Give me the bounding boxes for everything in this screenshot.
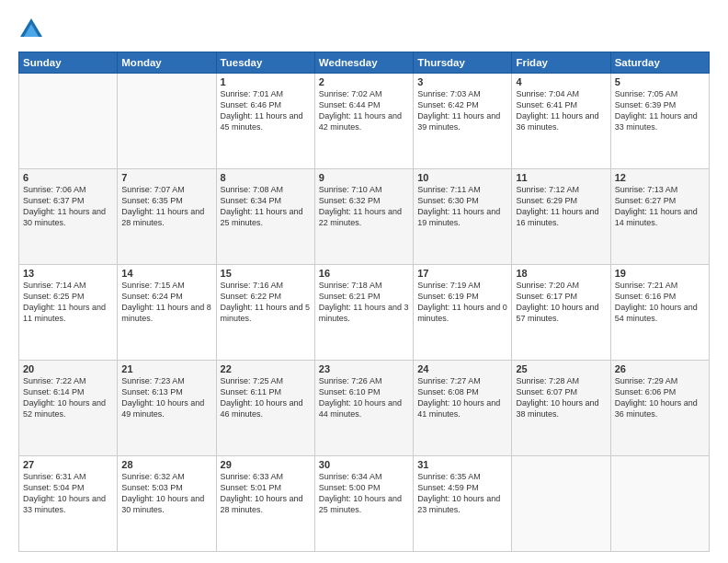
calendar-cell (610, 456, 709, 552)
weekday-header: Wednesday (314, 52, 413, 74)
calendar-cell: 6Sunrise: 7:06 AM Sunset: 6:37 PM Daylig… (19, 169, 118, 265)
day-number: 10 (417, 172, 507, 183)
day-info: Sunrise: 7:10 AM Sunset: 6:32 PM Dayligh… (319, 184, 409, 229)
day-number: 22 (221, 363, 311, 374)
day-info: Sunrise: 7:04 AM Sunset: 6:41 PM Dayligh… (516, 88, 606, 133)
calendar-cell: 17Sunrise: 7:19 AM Sunset: 6:19 PM Dayli… (414, 265, 512, 361)
day-info: Sunrise: 7:13 AM Sunset: 6:27 PM Dayligh… (615, 184, 705, 229)
calendar-cell: 1Sunrise: 7:01 AM Sunset: 6:46 PM Daylig… (216, 74, 314, 169)
day-info: Sunrise: 6:32 AM Sunset: 5:03 PM Dayligh… (121, 471, 211, 516)
day-number: 30 (319, 459, 409, 470)
day-info: Sunrise: 7:28 AM Sunset: 6:07 PM Dayligh… (516, 375, 606, 420)
day-number: 23 (319, 363, 409, 374)
calendar-week-row: 1Sunrise: 7:01 AM Sunset: 6:46 PM Daylig… (19, 74, 710, 169)
calendar-cell: 14Sunrise: 7:15 AM Sunset: 6:24 PM Dayli… (118, 265, 216, 361)
page: SundayMondayTuesdayWednesdayThursdayFrid… (0, 0, 728, 563)
weekday-header: Saturday (610, 52, 709, 74)
day-info: Sunrise: 7:07 AM Sunset: 6:35 PM Dayligh… (121, 184, 211, 229)
calendar-week-row: 6Sunrise: 7:06 AM Sunset: 6:37 PM Daylig… (19, 169, 710, 265)
calendar-cell: 2Sunrise: 7:02 AM Sunset: 6:44 PM Daylig… (314, 74, 413, 169)
day-info: Sunrise: 6:33 AM Sunset: 5:01 PM Dayligh… (221, 471, 311, 516)
day-info: Sunrise: 7:05 AM Sunset: 6:39 PM Dayligh… (615, 88, 705, 133)
day-number: 15 (221, 268, 311, 279)
day-info: Sunrise: 7:19 AM Sunset: 6:19 PM Dayligh… (417, 280, 507, 325)
calendar-cell: 8Sunrise: 7:08 AM Sunset: 6:34 PM Daylig… (216, 169, 314, 265)
weekday-header: Tuesday (216, 52, 314, 74)
day-number: 16 (319, 268, 409, 279)
day-info: Sunrise: 7:08 AM Sunset: 6:34 PM Dayligh… (221, 184, 311, 229)
calendar-cell: 27Sunrise: 6:31 AM Sunset: 5:04 PM Dayli… (19, 456, 118, 552)
calendar-table: SundayMondayTuesdayWednesdayThursdayFrid… (18, 52, 710, 552)
day-info: Sunrise: 7:20 AM Sunset: 6:17 PM Dayligh… (516, 280, 606, 325)
day-info: Sunrise: 7:03 AM Sunset: 6:42 PM Dayligh… (417, 88, 507, 133)
day-number: 17 (417, 268, 507, 279)
calendar-cell: 12Sunrise: 7:13 AM Sunset: 6:27 PM Dayli… (610, 169, 709, 265)
day-number: 24 (417, 363, 507, 374)
calendar-week-row: 13Sunrise: 7:14 AM Sunset: 6:25 PM Dayli… (19, 265, 710, 361)
day-info: Sunrise: 7:22 AM Sunset: 6:14 PM Dayligh… (23, 375, 113, 420)
day-number: 5 (615, 76, 705, 87)
calendar-cell (19, 74, 118, 169)
day-number: 7 (121, 172, 211, 183)
day-number: 25 (516, 363, 606, 374)
day-number: 26 (615, 363, 705, 374)
calendar-cell: 31Sunrise: 6:35 AM Sunset: 4:59 PM Dayli… (414, 456, 512, 552)
day-number: 12 (615, 172, 705, 183)
day-info: Sunrise: 7:23 AM Sunset: 6:13 PM Dayligh… (121, 375, 211, 420)
calendar-cell: 11Sunrise: 7:12 AM Sunset: 6:29 PM Dayli… (512, 169, 610, 265)
day-number: 31 (417, 459, 507, 470)
calendar-cell: 22Sunrise: 7:25 AM Sunset: 6:11 PM Dayli… (216, 361, 314, 456)
calendar-cell: 21Sunrise: 7:23 AM Sunset: 6:13 PM Dayli… (118, 361, 216, 456)
day-info: Sunrise: 7:29 AM Sunset: 6:06 PM Dayligh… (615, 375, 705, 420)
day-number: 1 (221, 76, 311, 87)
day-info: Sunrise: 7:01 AM Sunset: 6:46 PM Dayligh… (221, 88, 311, 133)
weekday-header-row: SundayMondayTuesdayWednesdayThursdayFrid… (19, 52, 710, 74)
day-info: Sunrise: 7:02 AM Sunset: 6:44 PM Dayligh… (319, 88, 409, 133)
logo (18, 17, 48, 42)
day-info: Sunrise: 7:12 AM Sunset: 6:29 PM Dayligh… (516, 184, 606, 229)
calendar-cell: 5Sunrise: 7:05 AM Sunset: 6:39 PM Daylig… (610, 74, 709, 169)
day-info: Sunrise: 7:11 AM Sunset: 6:30 PM Dayligh… (417, 184, 507, 229)
calendar-cell: 4Sunrise: 7:04 AM Sunset: 6:41 PM Daylig… (512, 74, 610, 169)
day-info: Sunrise: 7:26 AM Sunset: 6:10 PM Dayligh… (319, 375, 409, 420)
day-info: Sunrise: 7:18 AM Sunset: 6:21 PM Dayligh… (319, 280, 409, 325)
day-number: 19 (615, 268, 705, 279)
day-number: 4 (516, 76, 606, 87)
day-info: Sunrise: 7:21 AM Sunset: 6:16 PM Dayligh… (615, 280, 705, 325)
calendar-cell (118, 74, 216, 169)
day-number: 14 (121, 268, 211, 279)
calendar-cell: 28Sunrise: 6:32 AM Sunset: 5:03 PM Dayli… (118, 456, 216, 552)
calendar-cell: 23Sunrise: 7:26 AM Sunset: 6:10 PM Dayli… (314, 361, 413, 456)
calendar-cell: 9Sunrise: 7:10 AM Sunset: 6:32 PM Daylig… (314, 169, 413, 265)
day-info: Sunrise: 6:31 AM Sunset: 5:04 PM Dayligh… (23, 471, 113, 516)
day-info: Sunrise: 7:27 AM Sunset: 6:08 PM Dayligh… (417, 375, 507, 420)
day-number: 20 (23, 363, 113, 374)
day-info: Sunrise: 6:34 AM Sunset: 5:00 PM Dayligh… (319, 471, 409, 516)
weekday-header: Monday (118, 52, 216, 74)
calendar-cell: 24Sunrise: 7:27 AM Sunset: 6:08 PM Dayli… (414, 361, 512, 456)
calendar-cell: 7Sunrise: 7:07 AM Sunset: 6:35 PM Daylig… (118, 169, 216, 265)
day-number: 13 (23, 268, 113, 279)
day-number: 8 (221, 172, 311, 183)
calendar-cell: 20Sunrise: 7:22 AM Sunset: 6:14 PM Dayli… (19, 361, 118, 456)
day-number: 21 (121, 363, 211, 374)
weekday-header: Friday (512, 52, 610, 74)
calendar-cell: 16Sunrise: 7:18 AM Sunset: 6:21 PM Dayli… (314, 265, 413, 361)
day-number: 3 (417, 76, 507, 87)
day-info: Sunrise: 7:14 AM Sunset: 6:25 PM Dayligh… (23, 280, 113, 325)
day-number: 27 (23, 459, 113, 470)
calendar-cell: 26Sunrise: 7:29 AM Sunset: 6:06 PM Dayli… (610, 361, 709, 456)
day-number: 11 (516, 172, 606, 183)
day-number: 2 (319, 76, 409, 87)
calendar-week-row: 20Sunrise: 7:22 AM Sunset: 6:14 PM Dayli… (19, 361, 710, 456)
calendar-cell: 25Sunrise: 7:28 AM Sunset: 6:07 PM Dayli… (512, 361, 610, 456)
day-number: 9 (319, 172, 409, 183)
weekday-header: Thursday (414, 52, 512, 74)
weekday-header: Sunday (19, 52, 118, 74)
calendar-cell: 19Sunrise: 7:21 AM Sunset: 6:16 PM Dayli… (610, 265, 709, 361)
day-info: Sunrise: 7:15 AM Sunset: 6:24 PM Dayligh… (121, 280, 211, 325)
calendar-cell (512, 456, 610, 552)
calendar-cell: 30Sunrise: 6:34 AM Sunset: 5:00 PM Dayli… (314, 456, 413, 552)
day-info: Sunrise: 7:25 AM Sunset: 6:11 PM Dayligh… (221, 375, 311, 420)
day-info: Sunrise: 6:35 AM Sunset: 4:59 PM Dayligh… (417, 471, 507, 516)
